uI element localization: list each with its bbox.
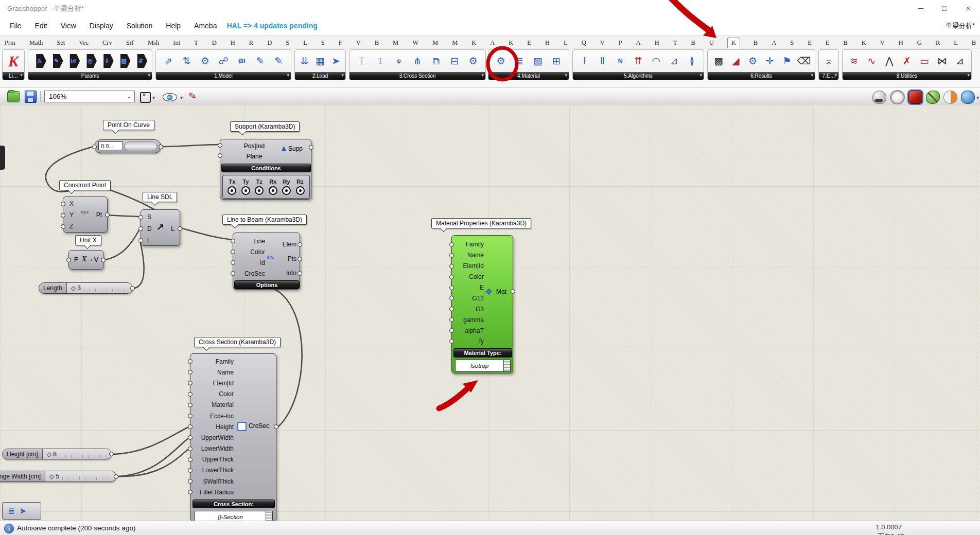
- tab[interactable]: T: [194, 38, 199, 48]
- tab[interactable]: A: [771, 38, 777, 48]
- crosec-selector-icon[interactable]: ⌶: [373, 53, 388, 69]
- proximity-icon[interactable]: ⊿: [953, 53, 967, 69]
- optimize-crosec-icon[interactable]: ⚙: [466, 53, 480, 69]
- input-port-row[interactable]: Fillet Radius: [194, 487, 234, 497]
- input-port[interactable]: [449, 253, 454, 258]
- input-port[interactable]: [188, 468, 192, 473]
- half-preview-icon[interactable]: [943, 91, 957, 104]
- tab[interactable]: Srf: [126, 38, 134, 48]
- param-material-icon[interactable]: ⇵: [134, 54, 147, 68]
- disassemble-model-icon[interactable]: ☍: [216, 53, 231, 69]
- tab[interactable]: H: [545, 38, 550, 48]
- tab[interactable]: S: [321, 38, 325, 48]
- point-on-curve-value[interactable]: 0.0...: [98, 141, 123, 150]
- output-port[interactable]: [309, 145, 313, 150]
- toolbar-group-label[interactable]: 2.Load: [295, 72, 345, 80]
- zoom-extents-icon[interactable]: [140, 92, 151, 103]
- input-port-row[interactable]: SWallThick: [194, 476, 234, 487]
- preview-eye-icon[interactable]: [163, 93, 177, 101]
- generate-crosec-icon[interactable]: ⧉: [429, 53, 443, 69]
- connect-parts-icon[interactable]: ⇅: [180, 53, 194, 69]
- input-port-row[interactable]: X: [66, 198, 82, 209]
- tab[interactable]: D: [212, 38, 217, 48]
- param-node-icon[interactable]: ◎: [83, 54, 97, 68]
- maximize-button[interactable]: □: [933, 0, 956, 16]
- tab[interactable]: M: [392, 38, 399, 48]
- input-port[interactable]: [188, 479, 192, 484]
- analyze-nonlinear-icon[interactable]: N: [613, 53, 627, 69]
- material-properties-icon[interactable]: ▨: [531, 53, 545, 69]
- menu-item[interactable]: Display: [83, 19, 120, 33]
- tab[interactable]: V: [600, 38, 605, 48]
- crosec-range-icon[interactable]: ⋔: [410, 53, 425, 69]
- menu-item[interactable]: File: [3, 19, 28, 33]
- tab[interactable]: B: [971, 38, 976, 48]
- param-model-icon[interactable]: A: [33, 54, 46, 68]
- tab[interactable]: U: [709, 38, 714, 48]
- tab[interactable]: E: [527, 38, 532, 48]
- eraser-icon[interactable]: ⌫: [797, 53, 811, 69]
- tab[interactable]: R: [249, 38, 254, 48]
- tab[interactable]: K: [861, 38, 867, 48]
- input-port-row[interactable]: LowerWidth: [194, 443, 234, 454]
- tab[interactable]: M: [451, 38, 458, 48]
- input-port-row[interactable]: LowerThick: [194, 465, 234, 476]
- input-port-row[interactable]: Id: [236, 257, 265, 268]
- material-properties-component[interactable]: Family Name Elem|Id Color E G12 G3: [451, 235, 513, 373]
- tab[interactable]: Vec: [78, 38, 89, 48]
- input-port-row[interactable]: Y: [66, 209, 82, 221]
- input-port-row[interactable]: gamma: [455, 314, 484, 325]
- dof-radio[interactable]: [269, 186, 277, 195]
- input-port[interactable]: [449, 286, 454, 290]
- input-port[interactable]: [188, 359, 192, 364]
- menu-item[interactable]: Help: [159, 19, 187, 33]
- slider-track[interactable]: [60, 455, 106, 458]
- input-port[interactable]: [449, 328, 454, 333]
- tab[interactable]: Q: [581, 38, 587, 48]
- input-port[interactable]: [188, 403, 192, 407]
- menu-item[interactable]: Ameba: [187, 19, 223, 33]
- toolbar-group-label[interactable]: 8.Utilities: [843, 72, 971, 80]
- input-port-row[interactable]: Material: [194, 400, 234, 411]
- tab[interactable]: R: [935, 38, 940, 48]
- input-port[interactable]: [231, 249, 235, 254]
- tab[interactable]: K: [508, 38, 514, 48]
- beam-crosec-icon[interactable]: ⌶: [355, 53, 369, 69]
- input-port-row[interactable]: Elem|Id: [455, 261, 484, 272]
- crosec-matcher-icon[interactable]: ⌖: [392, 53, 406, 69]
- tab[interactable]: H: [898, 38, 904, 48]
- utilization-icon[interactable]: ⚑: [780, 53, 794, 69]
- export-model-icon[interactable]: ⌅: [821, 53, 836, 69]
- length-slider[interactable]: Length ◇ 3: [39, 282, 133, 294]
- input-port-row[interactable]: fy: [455, 336, 484, 347]
- tab[interactable]: B: [690, 38, 695, 48]
- support-conditions-bar[interactable]: Conditions: [221, 164, 311, 172]
- output-port[interactable]: [114, 474, 118, 479]
- input-port[interactable]: [61, 202, 65, 206]
- toolbar-group-label[interactable]: 7.E…: [819, 72, 838, 80]
- stacked-mapper-icon[interactable]: ⋈: [935, 53, 950, 69]
- read-material-table-icon[interactable]: ⊞: [549, 53, 564, 69]
- output-port[interactable]: [297, 271, 302, 276]
- input-port[interactable]: [188, 414, 192, 418]
- input-port-row[interactable]: L: [144, 235, 156, 246]
- ghost-mode-icon[interactable]: [890, 90, 905, 104]
- crosec-properties-icon[interactable]: ⊟: [447, 53, 462, 69]
- dof-radio[interactable]: [282, 186, 291, 195]
- input-port[interactable]: [188, 381, 192, 385]
- output-port[interactable]: [178, 226, 182, 231]
- tab[interactable]: F: [338, 38, 343, 48]
- chevron-down-icon[interactable]: ▾: [180, 95, 183, 100]
- line-sdl-component[interactable]: S D L ↗ L: [141, 209, 180, 246]
- close-button[interactable]: ×: [956, 0, 980, 16]
- tab[interactable]: Prm: [4, 38, 16, 48]
- tab[interactable]: Msh: [147, 38, 160, 48]
- input-port[interactable]: [218, 143, 222, 148]
- input-port-row[interactable]: CroSec: [236, 268, 265, 279]
- tab[interactable]: E: [807, 38, 812, 48]
- slider-track[interactable]: [84, 289, 127, 292]
- output-port[interactable]: [297, 242, 302, 247]
- cross-section-component[interactable]: Family Name Elem|Id Color Material Ecce-…: [190, 353, 276, 521]
- nearest-neighbors-icon[interactable]: ⋀: [882, 53, 897, 69]
- cross-section-type-bar[interactable]: Cross Section:: [192, 500, 275, 508]
